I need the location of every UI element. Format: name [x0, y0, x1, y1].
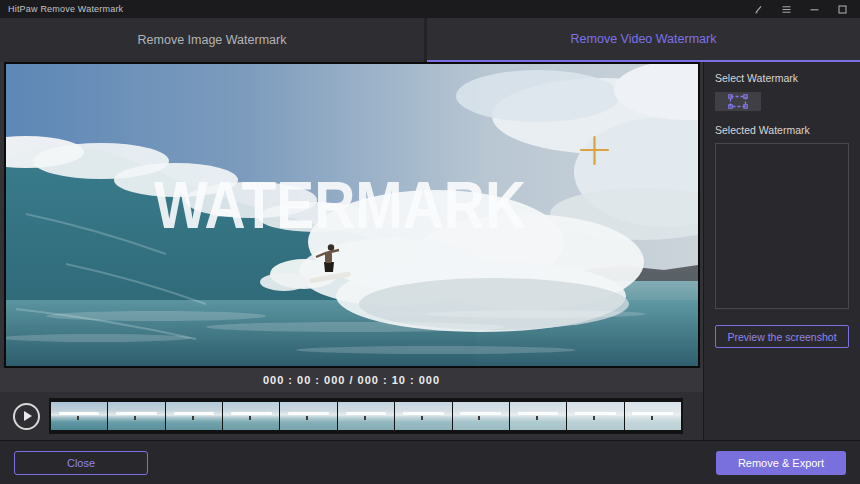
filmstrip-thumbnail[interactable]: [166, 402, 222, 430]
close-button[interactable]: Close: [14, 451, 148, 475]
filmstrip-thumbnail[interactable]: [510, 402, 566, 430]
thumbnail-foam-overlay: [510, 402, 566, 430]
surf-video-frame: WATERMARK: [6, 64, 698, 366]
feedback-pen-icon[interactable]: [753, 4, 764, 15]
thumbnail-foam-overlay: [166, 402, 222, 430]
tab-label: Remove Video Watermark: [571, 32, 717, 46]
thumbnail-watermark-mark: [231, 412, 272, 415]
thumbnail-watermark-mark: [460, 412, 501, 415]
minimize-icon[interactable]: [809, 4, 820, 15]
timecode: 000 : 00 : 000 / 000 : 10 : 000: [0, 368, 703, 392]
thumbnail-foam-overlay: [567, 402, 623, 430]
selected-watermark-box: [715, 143, 849, 309]
titlebar-controls: [753, 4, 848, 15]
tab-remove-video-watermark[interactable]: Remove Video Watermark: [427, 18, 860, 62]
thumbnail-foam-overlay: [108, 402, 164, 430]
thumbnail-watermark-mark: [632, 412, 673, 415]
thumbnail-foam-overlay: [625, 402, 681, 430]
thumbnail-foam-overlay: [395, 402, 451, 430]
thumbnail-watermark-mark: [116, 412, 157, 415]
filmstrip-thumbnail[interactable]: [567, 402, 623, 430]
remove-export-button[interactable]: Remove & Export: [716, 451, 846, 475]
thumbnail-watermark-mark: [346, 412, 387, 415]
menu-icon[interactable]: [781, 4, 792, 15]
thumbnail-watermark-mark: [174, 412, 215, 415]
video-column: WATERMARK 000 : 00 : 000 / 000 : 10 : 00…: [0, 62, 703, 440]
marquee-select-button[interactable]: [715, 92, 761, 111]
tab-remove-image-watermark[interactable]: Remove Image Watermark: [0, 18, 427, 62]
play-icon: [24, 411, 32, 421]
tab-label: Remove Image Watermark: [138, 33, 287, 47]
watermark-overlay-text: WATERMARK: [154, 168, 526, 242]
filmstrip-thumbnail[interactable]: [338, 402, 394, 430]
thumbnail-watermark-mark: [288, 412, 329, 415]
thumbnail-foam-overlay: [280, 402, 336, 430]
thumbnail-watermark-mark: [518, 412, 559, 415]
thumbnail-watermark-mark: [575, 412, 616, 415]
filmstrip-thumbnail[interactable]: [395, 402, 451, 430]
filmstrip-thumbnail[interactable]: [625, 402, 681, 430]
thumbnail-foam-overlay: [338, 402, 394, 430]
titlebar: HitPaw Remove Watermark: [0, 0, 860, 18]
thumbnail-watermark-mark: [59, 412, 100, 415]
filmstrip-thumbnail[interactable]: [51, 402, 107, 430]
filmstrip-thumbnail[interactable]: [108, 402, 164, 430]
thumbnail-foam-overlay: [223, 402, 279, 430]
filmstrip-thumbnail[interactable]: [223, 402, 279, 430]
maximize-icon[interactable]: [837, 4, 848, 15]
thumbnail-watermark-mark: [403, 412, 444, 415]
select-watermark-label: Select Watermark: [715, 72, 849, 85]
filmstrip[interactable]: [49, 398, 683, 434]
timeline-row: [0, 392, 703, 440]
thumbnail-foam-overlay: [453, 402, 509, 430]
filmstrip-thumbnail[interactable]: [280, 402, 336, 430]
app-window: HitPaw Remove Watermark Remove Image Wat…: [0, 0, 860, 484]
video-preview[interactable]: WATERMARK: [4, 62, 700, 368]
app-title: HitPaw Remove Watermark: [8, 4, 123, 14]
play-button[interactable]: [13, 403, 40, 430]
selected-watermark-label: Selected Watermark: [715, 124, 849, 137]
marquee-selection-icon: [728, 94, 748, 109]
tab-bar: Remove Image Watermark Remove Video Wate…: [0, 18, 860, 62]
filmstrip-thumbnail[interactable]: [453, 402, 509, 430]
preview-screenshot-button[interactable]: Preview the screenshot: [715, 325, 849, 348]
watermark-panel: Select Watermark Selected Watermark Prev…: [703, 62, 860, 440]
main-area: WATERMARK 000 : 00 : 000 / 000 : 10 : 00…: [0, 62, 860, 440]
footer-bar: Close Remove & Export: [0, 440, 860, 484]
